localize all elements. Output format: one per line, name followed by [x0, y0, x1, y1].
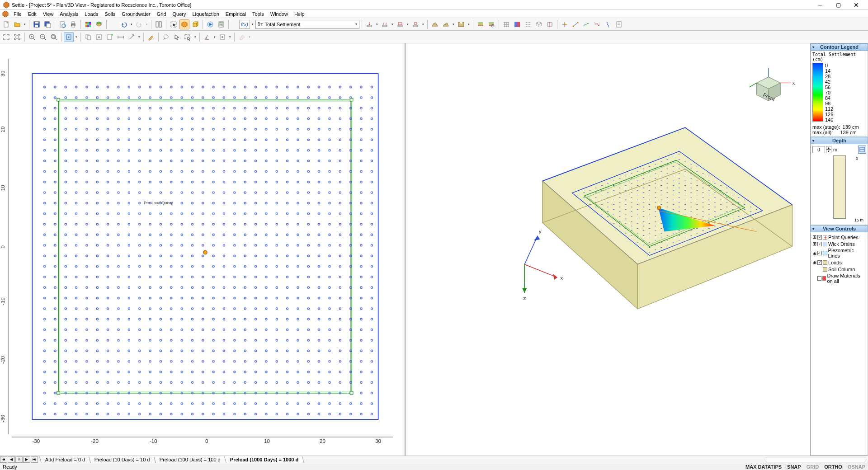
vc-piezo-lines[interactable]: ⊞✓Piezometric Lines	[812, 247, 866, 259]
eraser-dropdown[interactable]: ▾	[248, 32, 251, 42]
area-load-icon[interactable]	[395, 19, 405, 29]
menu-tools[interactable]: Tools	[250, 11, 267, 17]
view-controls-header[interactable]: ▾View Controls	[811, 225, 868, 232]
timeline-index[interactable]: #	[15, 456, 23, 463]
box-3d-icon[interactable]	[190, 19, 200, 29]
status-grid[interactable]: GRID	[807, 464, 819, 470]
save-as-icon[interactable]	[42, 19, 52, 29]
new-file-icon[interactable]	[1, 19, 11, 29]
zoom-all-icon[interactable]	[49, 32, 59, 42]
threed-view[interactable]: Front x	[406, 43, 810, 456]
split-view-icon[interactable]	[154, 19, 164, 29]
zoom-out-icon[interactable]	[38, 32, 48, 42]
timeline-prev[interactable]: ◀	[8, 456, 15, 463]
print-preview-icon[interactable]	[57, 19, 67, 29]
copy-icon[interactable]	[83, 32, 93, 42]
query-line-icon[interactable]	[571, 19, 580, 29]
status-osnap[interactable]: OSNAP	[848, 464, 865, 470]
menu-loads[interactable]: Loads	[82, 11, 101, 17]
load-edit-dropdown[interactable]: ▾	[421, 19, 425, 29]
depth-spinner[interactable]: ▲▼	[812, 146, 831, 153]
depth-up[interactable]: ▲	[826, 146, 831, 150]
soil-query-icon[interactable]	[486, 19, 496, 29]
timeline-next[interactable]: ▶	[23, 456, 30, 463]
undo-icon[interactable]	[119, 19, 129, 29]
arrow-tool-icon[interactable]	[127, 32, 137, 42]
excavation-icon[interactable]	[456, 19, 466, 29]
layers-icon[interactable]	[94, 19, 104, 29]
stage-tab-0[interactable]: Add Preload = 0 d	[39, 456, 91, 463]
menu-file[interactable]: File	[11, 11, 24, 17]
snap-settings-icon[interactable]	[217, 32, 227, 42]
line-load-icon[interactable]	[380, 19, 390, 29]
point-load-icon[interactable]	[364, 19, 374, 29]
vc-loads[interactable]: ⊞✓Loads	[812, 259, 866, 266]
grid-dots-icon[interactable]	[523, 19, 533, 29]
timeline-last[interactable]: ⏭	[31, 456, 38, 463]
dimension-icon[interactable]	[116, 32, 126, 42]
angle-icon[interactable]	[202, 32, 212, 42]
select-icon[interactable]	[169, 19, 179, 29]
line-load-dropdown[interactable]: ▾	[391, 19, 394, 29]
stage-tab-3[interactable]: Preload (1000 Days) = 1000 d	[224, 456, 304, 463]
embankment-dropdown[interactable]: ▾	[452, 19, 455, 29]
maximize-button[interactable]: ▢	[829, 0, 847, 10]
text-box-icon[interactable]: A	[94, 32, 104, 42]
grid-plain-icon[interactable]	[501, 19, 511, 29]
contour-legend-header[interactable]: ▾Contour Legend	[811, 43, 868, 51]
grid-colors-icon[interactable]	[83, 19, 93, 29]
eraser-icon[interactable]	[237, 32, 247, 42]
depth-toggle-icon[interactable]	[858, 146, 866, 154]
query-depth-icon[interactable]	[603, 19, 613, 29]
status-snap[interactable]: SNAP	[787, 464, 801, 470]
grid-3d-icon[interactable]	[534, 19, 544, 29]
save-icon[interactable]	[32, 19, 42, 29]
snap-dropdown[interactable]: ▾	[228, 32, 232, 42]
load-edit-icon[interactable]	[410, 19, 420, 29]
fx-dropdown[interactable]: ▾	[251, 19, 255, 29]
menu-window[interactable]: Window	[268, 11, 291, 17]
stage-tab-1[interactable]: Preload (10 Days) = 10 d	[89, 456, 156, 463]
menu-grid[interactable]: Grid	[154, 11, 169, 17]
menu-query[interactable]: Query	[170, 11, 189, 17]
depth-down[interactable]: ▼	[826, 150, 831, 153]
select-arrow-icon[interactable]	[172, 32, 182, 42]
plan-view[interactable]: -30-20-100102030 -30 -20 -10 0 10 20 30	[0, 43, 406, 456]
select-dropdown[interactable]: ▾	[193, 32, 197, 42]
pan-dropdown[interactable]: ▾	[75, 32, 78, 42]
menu-groundwater[interactable]: Groundwater	[119, 11, 153, 17]
menu-soils[interactable]: Soils	[102, 11, 118, 17]
embankment-stage-icon[interactable]	[441, 19, 451, 29]
pencil-icon[interactable]	[146, 32, 156, 42]
soil-layers-icon[interactable]	[476, 19, 486, 29]
minimize-button[interactable]: ─	[811, 0, 829, 10]
stage-tab-2[interactable]: Preload (100 Days) = 100 d	[154, 456, 226, 463]
query-time-icon[interactable]	[592, 19, 602, 29]
undo-dropdown[interactable]: ▾	[130, 19, 133, 29]
report-icon[interactable]	[614, 19, 624, 29]
depth-input[interactable]	[812, 146, 825, 153]
menu-liquefaction[interactable]: Liquefaction	[190, 11, 222, 17]
redo-icon[interactable]	[134, 19, 144, 29]
pan-selected-icon[interactable]	[64, 32, 74, 42]
open-dropdown[interactable]: ▾	[23, 19, 27, 29]
result-type-combo[interactable]: δᴛ Total Settlement ▾	[255, 20, 359, 29]
grid-color-icon[interactable]	[512, 19, 522, 29]
excavation-dropdown[interactable]: ▾	[467, 19, 471, 29]
slice-icon[interactable]	[545, 19, 555, 29]
fx-button[interactable]: f(x)	[239, 20, 250, 29]
depth-header[interactable]: ▾Depth	[811, 137, 868, 144]
point-load-dropdown[interactable]: ▾	[375, 19, 379, 29]
shade-3d-icon[interactable]	[179, 19, 189, 29]
query-point-icon[interactable]	[560, 19, 570, 29]
menu-empirical[interactable]: Empirical	[223, 11, 249, 17]
redo-dropdown[interactable]: ▾	[145, 19, 149, 29]
open-folder-icon[interactable]	[12, 19, 22, 29]
close-button[interactable]: ✕	[847, 0, 865, 10]
embankment-icon[interactable]	[430, 19, 440, 29]
menu-edit[interactable]: Edit	[25, 11, 39, 17]
calculator-icon[interactable]	[216, 19, 226, 29]
vc-wick-drains[interactable]: ⊞✓Wick Drains	[812, 240, 866, 247]
query-graph-icon[interactable]	[581, 19, 591, 29]
status-max-datatips[interactable]: MAX DATATIPS	[745, 464, 782, 470]
